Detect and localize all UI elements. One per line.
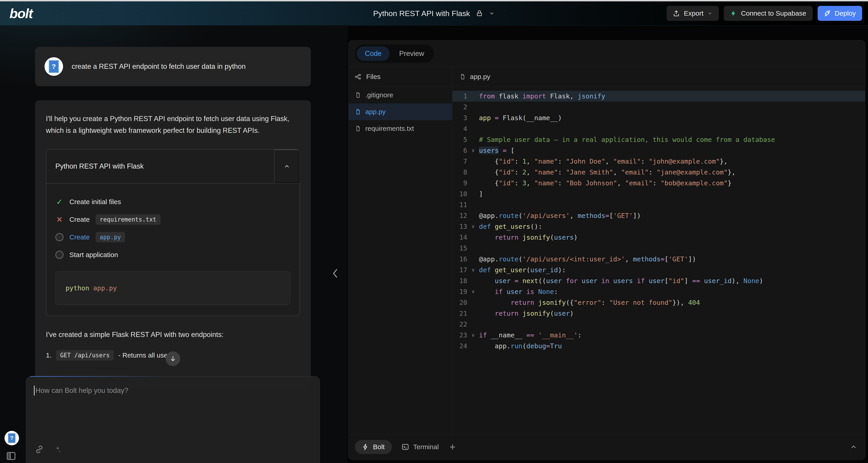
code-token (479, 299, 510, 307)
code-token: def (479, 266, 491, 274)
code-text: {"id": 3, "name": "Bob Johnson", "email"… (479, 178, 865, 189)
chevron-down-icon[interactable] (489, 10, 495, 16)
fold-chevron-icon[interactable]: ∨ (467, 286, 479, 297)
code-line: 4 (452, 123, 865, 134)
fold-chevron-icon[interactable]: ∨ (467, 145, 479, 156)
code-token: is (526, 288, 534, 295)
line-number: 1 (452, 91, 467, 102)
code-token: ]) (688, 255, 696, 263)
code-token (503, 288, 506, 295)
code-token (491, 223, 495, 230)
code-line: 12@app.route('/api/users', methods=['GET… (452, 210, 865, 221)
code-line: 3app = Flask(__name__) (452, 113, 865, 123)
code-token: user (582, 277, 597, 285)
code-token: ( (550, 234, 554, 241)
file-item-requirements-txt[interactable]: requirements.txt (348, 120, 452, 137)
line-number: 9 (452, 178, 467, 189)
file-item--gitignore[interactable]: .gitignore (348, 87, 452, 104)
code-token: : (558, 179, 566, 187)
line-number: 18 (452, 276, 467, 286)
export-icon (673, 10, 680, 17)
code-token: "bob@example.com" (660, 179, 727, 187)
chevron-up-icon (850, 443, 857, 451)
terminal-tab[interactable]: Terminal (400, 443, 440, 451)
code-text (479, 243, 865, 254)
code-token: if (637, 277, 645, 285)
code-token: user (649, 277, 664, 285)
code-token: "name" (534, 168, 558, 176)
code-token: , (570, 212, 578, 220)
bolt-tab[interactable]: Bolt (355, 440, 392, 454)
code-token: jsonify (538, 299, 566, 307)
project-title-group[interactable]: Python REST API with Flask (373, 9, 495, 18)
code-text: def get_user(user_id): (479, 264, 865, 276)
code-token: = (495, 114, 499, 122)
export-button[interactable]: Export (666, 6, 719, 21)
fold-chevron-icon[interactable]: ∨ (467, 330, 479, 341)
code-token: = (515, 277, 518, 285)
tab-code[interactable]: Code (357, 47, 390, 61)
step-label: Start application (69, 251, 118, 259)
code-text: return jsonify(users) (479, 232, 865, 243)
code-token (609, 277, 613, 285)
code-line: 2 (452, 102, 865, 113)
code-token (597, 277, 601, 285)
code-token: "email" (625, 179, 653, 187)
file-icon (355, 92, 361, 98)
code-token: methods (633, 255, 660, 263)
code-token: users (613, 277, 633, 285)
fold-spacer (467, 102, 479, 113)
code-line: 23∨if __name__ == '__main__': (452, 330, 865, 341)
fold-spacer (467, 178, 479, 189)
code-token: : (649, 168, 657, 176)
code-lines[interactable]: 1from flask import Flask, jsonify23app =… (452, 87, 865, 434)
file-item-app-py[interactable]: app.py (348, 104, 452, 120)
tab-preview[interactable]: Preview (391, 47, 432, 61)
code-line: 18 user = next((user for user in users i… (452, 276, 865, 286)
collapse-chat-button[interactable] (329, 264, 342, 283)
plan-steps: ✓Create initial files✕Createrequirements… (55, 193, 290, 264)
fold-spacer (467, 308, 479, 319)
code-line: 24 app.run(debug=Tru (452, 341, 865, 351)
sparkles-icon[interactable] (54, 445, 62, 454)
code-text: def get_users(): (479, 221, 865, 232)
plan-card-header: Python REST API with Flask (46, 150, 300, 183)
code-token: == (692, 277, 700, 285)
expand-panel-button[interactable] (848, 443, 859, 451)
scroll-to-bottom-button[interactable] (166, 351, 180, 366)
add-terminal-button[interactable]: + (448, 442, 457, 452)
code-text: {"id": 2, "name": "Jane Smith", "email":… (479, 167, 865, 178)
fold-chevron-icon[interactable]: ∨ (467, 221, 479, 232)
chat-input[interactable]: How can Bolt help you today? (26, 376, 320, 463)
code-token: "Bob Johnson" (566, 179, 617, 187)
code-token: : (578, 331, 582, 339)
code-token: = (660, 255, 664, 263)
code-token (479, 288, 495, 295)
sidebar-toggle-icon[interactable] (6, 451, 16, 461)
code-token: : (515, 157, 522, 165)
line-number: 4 (452, 123, 467, 134)
code-token (534, 288, 538, 295)
code-line: 17∨def get_user(user_id): (452, 264, 865, 276)
editor-file-tab[interactable]: app.py (452, 67, 865, 87)
fold-chevron-icon[interactable]: ∨ (467, 264, 479, 276)
connect-supabase-button[interactable]: Connect to Supabase (724, 6, 813, 21)
code-token: "name" (534, 179, 558, 187)
code-token: ), (732, 277, 743, 285)
code-text: ] (479, 189, 865, 199)
bolt-tab-label: Bolt (373, 443, 385, 451)
code-text: user = next((user for user in users if u… (479, 276, 865, 286)
chat-input-toolbar (35, 445, 62, 454)
plan-card: Python REST API with Flask ✓Create initi… (46, 149, 300, 316)
plan-collapse-button[interactable] (274, 150, 300, 183)
assistant-outro-text: I've created a simple Flask REST API wit… (46, 330, 300, 339)
attach-link-icon[interactable] (35, 445, 44, 454)
code-token: }, (720, 157, 727, 165)
help-button[interactable]: ? (4, 431, 19, 445)
code-token (491, 114, 495, 122)
deploy-button[interactable]: Deploy (817, 6, 862, 21)
export-label: Export (684, 9, 704, 17)
line-number: 24 (452, 341, 467, 351)
code-text (479, 123, 865, 134)
code-token: 404 (688, 299, 700, 307)
